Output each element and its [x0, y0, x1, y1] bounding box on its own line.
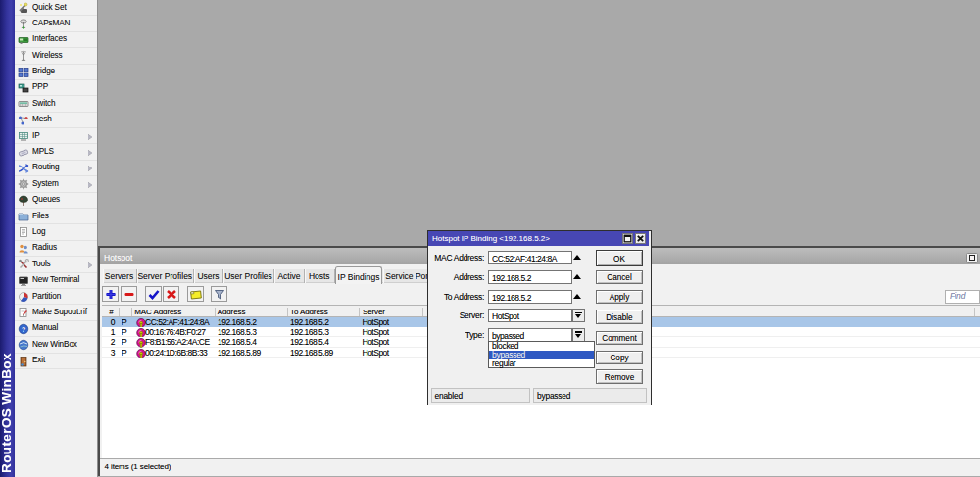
- svg-text:?: ?: [21, 324, 25, 333]
